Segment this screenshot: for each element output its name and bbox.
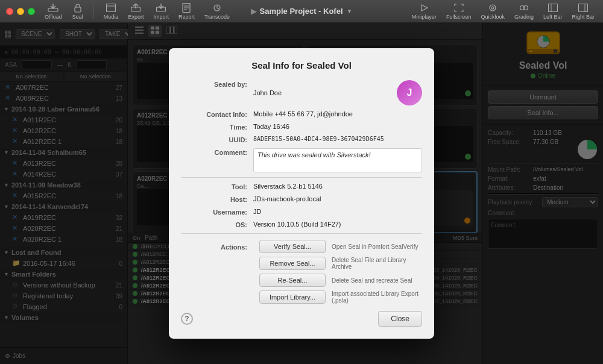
svg-rect-19 <box>548 4 557 11</box>
modal-overlay: Seal Info for Sealed Vol Sealed by: John… <box>0 23 603 364</box>
quicklook-button[interactable]: Quicklook <box>478 2 507 21</box>
import-library-desc: Import associated Library Export (.psla) <box>332 290 422 304</box>
help-button[interactable]: ? <box>181 313 193 325</box>
sealed-by-value: John Doe <box>253 89 392 96</box>
modal-divider-2 <box>181 233 422 234</box>
modal-uuid-row: UUID: 8ADEF815-50A0-4DC4-98E9-3670429D6F… <box>181 136 422 143</box>
modal-title: Seal Info for Sealed Vol <box>181 60 422 71</box>
offload-button[interactable]: Offload <box>42 2 65 21</box>
modal-time-row: Time: Today 16:46 <box>181 123 422 131</box>
modal-sealed-by-row: Sealed by: John Doe J <box>181 80 422 105</box>
remove-seal-row: Remove Seal... Delete Seal File and Libr… <box>181 257 422 270</box>
modal-comment-box[interactable]: This drive was sealed with Silverstack! <box>253 148 422 172</box>
os-value: Version 10.10.5 (Build 14F27) <box>253 221 422 228</box>
tool-label: Tool: <box>181 183 247 190</box>
svg-rect-3 <box>107 4 116 11</box>
import-button[interactable]: Import <box>151 2 171 21</box>
sealed-by-label: Sealed by: <box>181 80 247 88</box>
re-seal-button[interactable]: Re-Seal... <box>259 274 326 287</box>
remove-seal-desc: Delete Seal File and Library Archive <box>332 257 422 270</box>
modal-tool-row: Tool: Silverstack 5.2-b1 5146 <box>181 183 422 190</box>
left-toolbar: Offload Seal Media Export Import Report … <box>42 2 232 21</box>
right-toolbar: Miniplayer Fullscreen Quicklook Grading … <box>409 2 597 21</box>
media-button[interactable]: Media <box>101 2 121 21</box>
contact-value: Mobile +44 55 66 77, jd@johndoe <box>253 110 422 118</box>
import-library-row: Import Library... Import associated Libr… <box>181 290 422 304</box>
svg-rect-21 <box>579 4 588 11</box>
toolbar-separator <box>93 4 94 19</box>
right-bar-button[interactable]: Right Bar <box>569 2 597 21</box>
uuid-label: UUID: <box>181 136 247 143</box>
username-label: Username: <box>181 208 247 216</box>
time-value: Today 16:46 <box>253 123 422 130</box>
traffic-lights <box>6 8 35 15</box>
modal-comment-label: Comment: <box>181 148 247 156</box>
import-library-button[interactable]: Import Library... <box>259 290 326 304</box>
title-dropdown[interactable]: ▼ <box>347 8 353 14</box>
os-label: OS: <box>181 221 247 228</box>
modal-contact-row: Contact Info: Mobile +44 55 66 77, jd@jo… <box>181 110 422 118</box>
re-seal-row: Re-Seal... Delete Seal and recreate Seal <box>181 274 422 287</box>
title-icon: ▶ <box>251 7 256 16</box>
seal-button[interactable]: Seal <box>69 2 86 21</box>
seal-info-modal: Seal Info for Sealed Vol Sealed by: John… <box>169 48 434 339</box>
fullscreen-button[interactable]: Fullscreen <box>444 2 474 21</box>
minimize-button[interactable] <box>17 8 24 15</box>
modal-bottom: ? Close <box>181 311 422 327</box>
svg-marker-14 <box>421 5 428 11</box>
report-button[interactable]: Report <box>176 2 197 21</box>
host-value: JDs-macbook-pro.local <box>253 195 422 202</box>
svg-point-16 <box>491 7 494 9</box>
maximize-button[interactable] <box>28 8 35 15</box>
modal-comment-row: Comment: This drive was sealed with Silv… <box>181 148 422 172</box>
modal-username-row: Username: JD <box>181 208 422 216</box>
modal-os-row: OS: Version 10.10.5 (Build 14F27) <box>181 221 422 228</box>
actions-label: Actions: <box>181 243 247 251</box>
contact-label: Contact Info: <box>181 110 247 118</box>
verify-seal-desc: Open Seal in Pomfort SealVerify <box>332 243 418 250</box>
remove-seal-button[interactable]: Remove Seal... <box>259 257 326 270</box>
grading-button[interactable]: Grading <box>512 2 536 21</box>
modal-divider <box>181 177 422 178</box>
close-button[interactable]: Close <box>378 311 422 327</box>
time-label: Time: <box>181 123 247 131</box>
verify-seal-row: Actions: Verify Seal... Open Seal in Pom… <box>181 240 422 253</box>
svg-point-15 <box>490 5 496 11</box>
host-label: Host: <box>181 195 247 203</box>
transcode-button[interactable]: Transcode <box>202 2 232 21</box>
left-bar-button[interactable]: Left Bar <box>541 2 565 21</box>
export-button[interactable]: Export <box>125 2 146 21</box>
window-title: ▶ Sample Project - Kofel ▼ <box>251 7 353 16</box>
modal-actions: Actions: Verify Seal... Open Seal in Pom… <box>181 240 422 304</box>
uuid-value: 8ADEF815-50A0-4DC4-98E9-3670429D6F45 <box>253 136 422 142</box>
modal-host-row: Host: JDs-macbook-pro.local <box>181 195 422 203</box>
verify-seal-button[interactable]: Verify Seal... <box>259 240 326 253</box>
tool-value: Silverstack 5.2-b1 5146 <box>253 183 422 190</box>
username-value: JD <box>253 208 422 215</box>
re-seal-desc: Delete Seal and recreate Seal <box>332 277 412 284</box>
close-button[interactable] <box>6 8 13 15</box>
avatar: J <box>397 80 422 105</box>
svg-rect-2 <box>75 7 81 12</box>
titlebar: Offload Seal Media Export Import Report … <box>0 0 603 23</box>
miniplayer-button[interactable]: Miniplayer <box>409 2 439 21</box>
